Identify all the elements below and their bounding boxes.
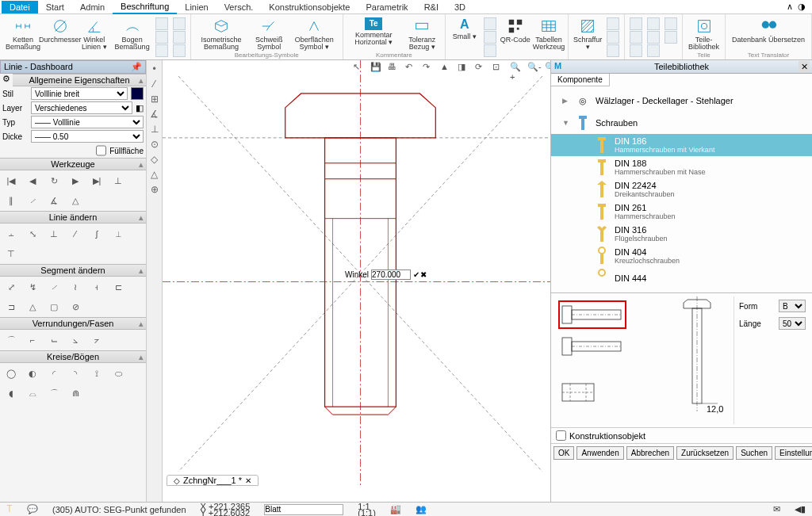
text-small-a[interactable] — [484, 17, 496, 30]
line-7[interactable]: ⊤ — [2, 245, 21, 262]
tree-item-din186[interactable]: DIN 186Hammerschrauben mit Vierkant — [551, 134, 812, 156]
seg-2[interactable]: ↯ — [23, 278, 42, 296]
tree-item-din316[interactable]: DIN 316Flügelschrauben — [551, 223, 812, 245]
panel-close-icon[interactable]: ✕ — [799, 61, 810, 72]
length-select[interactable]: 50 — [779, 317, 806, 330]
iso-dimension-button[interactable]: Isometrische Bemaßung — [194, 16, 249, 51]
vt-1[interactable]: • — [148, 63, 161, 76]
vt-3[interactable]: ⊞ — [148, 94, 161, 106]
cv-zoomout[interactable]: 🔍- — [527, 62, 540, 75]
btn-ok[interactable]: OK — [553, 446, 574, 460]
tree-item-din261[interactable]: DIN 261Hammerschrauben — [551, 201, 812, 223]
bore-3[interactable] — [630, 44, 642, 57]
rnd-4[interactable]: ⦣ — [66, 331, 85, 349]
seg-10[interactable]: ⊘ — [66, 298, 85, 315]
line-3[interactable]: ⊥ — [44, 225, 63, 243]
cv-cursor[interactable]: ↖ — [353, 62, 366, 75]
cir-8[interactable]: ⌓ — [23, 384, 42, 402]
bore-4[interactable] — [647, 17, 660, 30]
hatch-button[interactable]: Schraffur ▾ — [572, 16, 603, 59]
seg-9[interactable]: ▢ — [44, 298, 63, 315]
table-tool-button[interactable]: Tabellen Werkzeug — [533, 16, 565, 59]
tool-next[interactable]: ▶ — [66, 172, 85, 189]
section-rounds[interactable]: Verrundungen/Fasen▴ — [0, 317, 146, 330]
cir-6[interactable]: ⬭ — [109, 365, 128, 382]
cv-zoomin[interactable]: 🔍+ — [510, 62, 523, 75]
btn-reset[interactable]: Zurücksetzen — [676, 446, 733, 460]
qrcode-button[interactable]: QR-Code — [500, 16, 531, 59]
tab-parametrik[interactable]: Parametrik — [358, 1, 416, 13]
angle-lines-button[interactable]: Winkel Linien ▾ — [78, 16, 111, 59]
surface-symbol-button[interactable]: Oberflächen Symbol ▾ — [289, 16, 339, 51]
tool-first[interactable]: |◀ — [2, 172, 21, 189]
section-tools[interactable]: Werkzeuge▴ — [0, 158, 146, 170]
cv-refresh[interactable]: ⟳ — [475, 62, 488, 75]
stil-select[interactable]: Volllinie breit — [31, 87, 128, 100]
section-general[interactable]: Allgemeine Eigenschaften▴ — [13, 74, 146, 86]
vt-6[interactable]: ⊙ — [148, 139, 161, 151]
cir-10[interactable]: ⋒ — [66, 384, 85, 402]
section-edit-line[interactable]: Linie ändern▴ — [0, 211, 146, 224]
vt-7[interactable]: ◇ — [148, 154, 161, 166]
ribbon-small-3[interactable] — [155, 44, 168, 57]
cv-undo[interactable]: ↶ — [405, 62, 418, 75]
typ-select[interactable]: —— Volllinie — [31, 116, 144, 128]
tree-screws[interactable]: ▼Schrauben — [551, 112, 812, 134]
cir-5[interactable]: ⟟ — [87, 365, 106, 382]
tab-ri[interactable]: R&I — [416, 1, 446, 13]
tab-konstruktionsobjekte[interactable]: Konstruktionsobjekte — [261, 1, 358, 13]
drawing-tab[interactable]: ◇ ZchngNr___1 * ✕ — [167, 475, 259, 486]
dicke-select[interactable]: —— 0.50 — [31, 130, 144, 143]
seg-3[interactable]: ⟋ — [44, 278, 63, 296]
chain-dimension-button[interactable]: Ketten Bemaßung — [3, 16, 43, 59]
cv-win[interactable]: ◨ — [458, 62, 470, 75]
rnd-5[interactable]: ⦢ — [87, 331, 106, 349]
vt-8[interactable]: △ — [148, 169, 161, 182]
seg-5[interactable]: ⫞ — [87, 278, 106, 296]
angle-input[interactable] — [371, 269, 411, 280]
rnd-3[interactable]: ⌙ — [44, 331, 63, 349]
tab-linien[interactable]: Linien — [177, 1, 216, 13]
ribbon-small-4[interactable] — [173, 17, 186, 30]
konstruktionsobjekt-checkbox[interactable] — [556, 430, 566, 441]
cv-redo[interactable]: ↷ — [423, 62, 435, 75]
layer-icon[interactable]: ◧ — [136, 103, 144, 113]
arc-dimension-button[interactable]: Bogen Bemaßung — [113, 16, 152, 59]
hatch-small-1[interactable] — [607, 17, 619, 30]
hatch-small-2[interactable] — [607, 31, 619, 44]
comment-horizontal-button[interactable]: TeKommentar Horizontal ▾ — [347, 16, 401, 51]
tool-loop[interactable]: ↻ — [44, 172, 63, 189]
hatch-small-3[interactable] — [607, 44, 619, 57]
cv-save[interactable]: 💾 — [370, 62, 383, 75]
ribbon-small-6[interactable] — [173, 44, 186, 57]
tool-prev[interactable]: ◀ — [23, 172, 42, 189]
diameter-button[interactable]: Durchmesser — [44, 16, 76, 59]
tab-datei[interactable]: Datei — [2, 1, 38, 13]
tree-item-din444[interactable]: DIN 444 — [551, 267, 812, 289]
line-4[interactable]: ∕ — [66, 225, 85, 243]
sheet-input[interactable] — [264, 504, 343, 515]
gear-icon[interactable]: ⚙ — [0, 74, 13, 86]
cv-zoomfit[interactable]: ⊡ — [492, 62, 505, 75]
status-icon-1[interactable]: 🏭 — [390, 504, 401, 514]
text-small-b[interactable] — [484, 31, 496, 44]
btn-suchen[interactable]: Suchen — [736, 446, 772, 460]
text-small-button[interactable]: ASmall ▾ — [449, 16, 481, 59]
cir-9[interactable]: ⌒ — [44, 384, 63, 402]
section-circles[interactable]: Kreise/Bögen▴ — [0, 350, 146, 363]
cir-7[interactable]: ◖ — [2, 384, 21, 402]
tool-perp[interactable]: ⊥ — [109, 172, 128, 189]
seg-4[interactable]: ≀ — [66, 278, 85, 296]
status-end-icon[interactable]: ◀▮ — [795, 504, 806, 514]
translate-db-button[interactable]: Datenbank Übersetzen — [729, 16, 808, 44]
tool-angle[interactable]: ∡ — [44, 192, 63, 209]
tool-last[interactable]: ▶| — [87, 172, 106, 189]
tree-item-din404[interactable]: DIN 404Kreuzlochschrauben — [551, 245, 812, 267]
vt-2[interactable]: ∕ — [148, 78, 161, 91]
line-2[interactable]: ⤡ — [23, 225, 42, 243]
cir-2[interactable]: ◐ — [23, 365, 42, 382]
layer-select[interactable]: Verschiedenes — [31, 101, 132, 114]
tree-item-din188[interactable]: DIN 188Hammerschrauben mit Nase — [551, 156, 812, 178]
ribbon-small-1[interactable] — [155, 17, 168, 30]
tab-versch[interactable]: Versch. — [216, 1, 262, 13]
